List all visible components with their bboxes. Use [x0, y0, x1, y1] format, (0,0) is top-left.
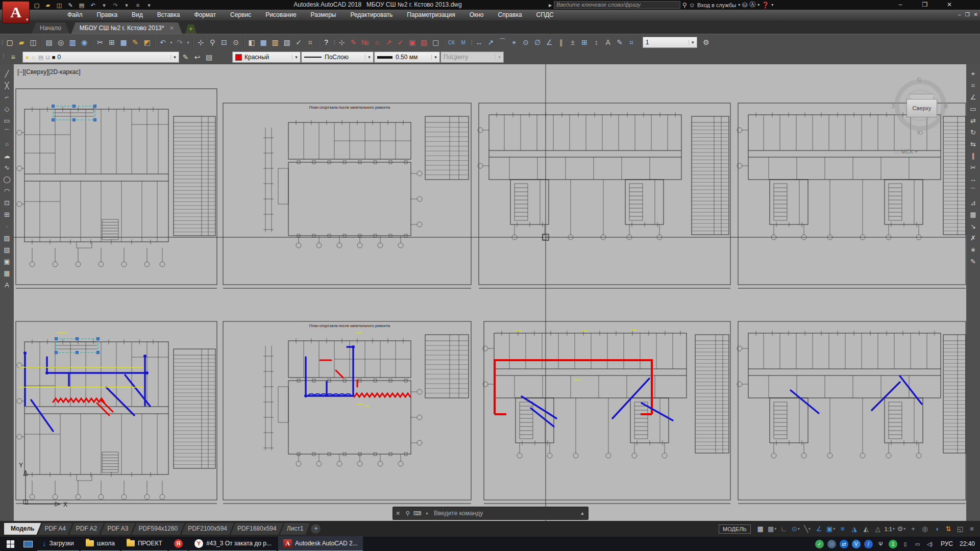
publish-icon[interactable]: ▥ [67, 37, 79, 48]
chevron-down-icon[interactable]: ▾ [903, 527, 905, 531]
chevron-down-icon[interactable]: ▾ [689, 40, 697, 45]
menu-параметризация[interactable]: Параметризация [400, 10, 462, 20]
menu-вид[interactable]: Вид [125, 10, 150, 20]
isodraft-icon[interactable]: ╲▾ [802, 524, 813, 534]
clock[interactable]: 22:40 [960, 540, 975, 547]
paste-icon[interactable]: ▦ [118, 37, 130, 48]
exchange-icon[interactable]: ⇅ [943, 524, 953, 534]
dim-edit-icon[interactable]: ✎ [614, 37, 626, 48]
menu-файл[interactable]: Файл [60, 10, 90, 20]
viewport-scale-combo[interactable]: 1▾ [643, 37, 697, 48]
toolbar-grip[interactable]: ⁞⁞ [2, 40, 3, 45]
annotation-scale-icon[interactable]: △ [873, 524, 883, 534]
command-line[interactable]: ✕ ⚲ ⌨ ▾ Введите команду ▲ [393, 507, 589, 520]
etransmit-icon[interactable]: ◉ [79, 37, 90, 48]
chevron-down-icon[interactable]: ▾ [798, 527, 800, 531]
viewcube[interactable]: Сверху [906, 99, 937, 117]
chevron-down-icon[interactable]: ▾ [144, 2, 154, 9]
taskbar-autocad[interactable]: AAutodesk AutoCAD 2... [278, 536, 363, 551]
annotation-visibility-icon[interactable]: ◮ [849, 524, 860, 534]
command-input[interactable]: Введите команду [432, 510, 577, 517]
zoom-realtime-icon[interactable]: ⚲ [207, 37, 218, 48]
antivirus-icon[interactable]: / [864, 540, 873, 548]
coord-sk-icon[interactable]: СК [446, 37, 457, 48]
chevron-down-icon[interactable]: ▾ [431, 55, 439, 60]
antenna-icon[interactable]: Ψ [876, 540, 885, 548]
chevron-down-icon[interactable]: ▾ [774, 527, 776, 531]
toolbar-grip[interactable]: ⁞⁞ [334, 40, 335, 45]
dim-radius-icon[interactable]: ⊙ [520, 37, 532, 48]
menu-спдс[interactable]: СПДС [529, 10, 561, 20]
taskbar-downloads[interactable]: ↓Загрузки [37, 536, 79, 551]
clean-screen-icon[interactable]: ◱ [955, 524, 965, 534]
menu-рисование[interactable]: Рисование [258, 10, 303, 20]
zoom-previous-icon[interactable]: ⊙ [230, 37, 242, 48]
chevron-down-icon[interactable]: ▾ [422, 511, 432, 516]
cut-icon[interactable]: ✂ [94, 37, 106, 48]
spds-check-icon[interactable]: ✓ [395, 37, 406, 48]
menu-правка[interactable]: Правка [90, 10, 125, 20]
restore-button[interactable]: ❐ [913, 0, 937, 9]
redo-icon[interactable]: ↷ [110, 2, 120, 9]
redo-icon[interactable]: ↷ [174, 37, 186, 48]
chevron-down-icon[interactable]: ▾ [365, 55, 373, 60]
app-store-cart-icon[interactable]: ⛁ [742, 2, 747, 9]
annotation-autoscale-icon[interactable]: ◭ [861, 524, 871, 534]
toolbar-grip[interactable]: ⁞⁞ [471, 40, 472, 45]
tab-start[interactable]: Начало [32, 22, 69, 34]
close-icon[interactable]: ✕ [393, 510, 403, 517]
graphics-performance-icon[interactable]: ◑ [932, 524, 942, 534]
chevron-down-icon[interactable]: ▾ [186, 37, 191, 48]
layer-on-bulb-icon[interactable]: ● [26, 54, 29, 60]
spds-point-icon[interactable]: ⊹ [336, 37, 348, 48]
dim-style-icon[interactable]: ⌗ [626, 37, 638, 48]
spds-marker-icon[interactable]: ✎ [348, 37, 359, 48]
command-history-icon[interactable]: ▲ [577, 511, 588, 516]
chevron-down-icon[interactable]: ▾ [170, 55, 179, 60]
polar-tracking-icon[interactable]: ⊙▾ [791, 524, 801, 534]
new-tab-button[interactable]: + [185, 24, 197, 34]
properties-icon[interactable]: ◧ [246, 37, 258, 48]
layer-thaw-sun-icon[interactable]: ☼ [31, 54, 36, 60]
doc-restore-button[interactable]: ❐ [965, 10, 970, 20]
undo-icon[interactable]: ↶ [88, 2, 98, 9]
dim-aligned-icon[interactable]: ↗ [485, 37, 497, 48]
adjust-icon[interactable]: ⚙ [700, 37, 712, 48]
new-file-icon[interactable]: ▢ [32, 2, 42, 9]
dim-linear-icon[interactable]: ↔ [473, 37, 485, 48]
markup-icon[interactable]: ✓ [293, 37, 305, 48]
dim-ordinate-icon[interactable]: ⌖ [508, 37, 520, 48]
spds-sheet-icon[interactable]: ▢ [430, 37, 442, 48]
dim-continue-icon[interactable]: ± [567, 37, 579, 48]
sheet-set-icon[interactable]: ▧ [281, 37, 293, 48]
object-snap-icon[interactable]: ▣▾ [826, 524, 836, 534]
tool-palettes-icon[interactable]: ▥ [270, 37, 281, 48]
taskbar-folder-project[interactable]: ПРОЕКТ [121, 536, 167, 551]
print-icon[interactable]: ▤ [77, 2, 87, 9]
usb-icon[interactable]: ▯ [901, 540, 910, 548]
menu-размеры[interactable]: Размеры [304, 10, 344, 20]
chevron-down-icon[interactable]: ▾ [833, 527, 835, 531]
dim-arc-icon[interactable]: ⌒ [497, 37, 508, 48]
chevron-down-icon[interactable]: ▾ [771, 3, 773, 7]
crypto-icon[interactable]: ∷ [827, 540, 836, 548]
spds-title-icon[interactable]: ▣ [406, 37, 418, 48]
block-editor-icon[interactable]: ◩ [141, 37, 153, 48]
scale-control[interactable]: 1:1▾ [885, 524, 895, 534]
task-view-icon[interactable] [20, 537, 36, 551]
phone-icon[interactable]: 1 [889, 540, 897, 548]
search-icon[interactable]: ⚲ [403, 510, 412, 517]
designcenter-icon[interactable]: ▦ [258, 37, 270, 48]
plot-preview-icon[interactable]: ◎ [55, 37, 67, 48]
linetype-combo[interactable]: ПоСлою ▾ [301, 52, 374, 63]
chevron-down-icon[interactable]: ▾ [893, 527, 895, 531]
menu-сервис[interactable]: Сервис [223, 10, 258, 20]
new-file-icon[interactable]: ▢ [4, 37, 16, 48]
teamviewer-icon[interactable]: ⇄ [840, 540, 848, 548]
layer-combo[interactable]: ● ☼ ▤ ⊔ ■ 0 ▾ [22, 52, 179, 63]
spds-leader-icon[interactable]: ↗ [383, 37, 395, 48]
menu-редактировать[interactable]: Редактировать [343, 10, 400, 20]
layer-unlock-icon[interactable]: ⊔ [45, 54, 50, 61]
pan-icon[interactable]: ⊹ [195, 37, 207, 48]
layer-previous-icon[interactable]: ↩ [191, 52, 203, 62]
